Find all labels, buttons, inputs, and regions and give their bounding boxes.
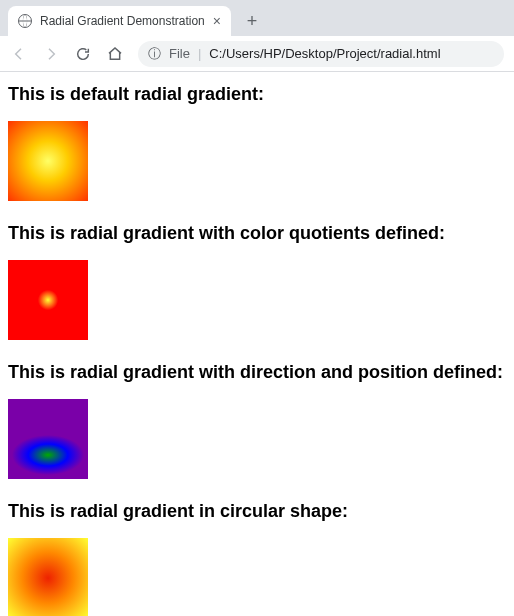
info-icon[interactable]: ⓘ <box>148 45 161 63</box>
address-path: C:/Users/HP/Desktop/Project/radial.html <box>209 46 440 61</box>
globe-icon <box>18 14 32 28</box>
section-circular: This is radial gradient in circular shap… <box>8 501 506 616</box>
gradient-circular <box>8 538 88 616</box>
browser-chrome: Radial Gradient Demonstration × + ⓘ File… <box>0 0 514 72</box>
close-icon[interactable]: × <box>213 13 221 29</box>
reload-button[interactable] <box>74 45 92 63</box>
page-content: This is default radial gradient: This is… <box>0 72 514 616</box>
heading-direction: This is radial gradient with direction a… <box>8 362 506 383</box>
address-bar[interactable]: ⓘ File | C:/Users/HP/Desktop/Project/rad… <box>138 41 504 67</box>
gradient-default <box>8 121 88 201</box>
heading-quotients: This is radial gradient with color quoti… <box>8 223 506 244</box>
home-button[interactable] <box>106 45 124 63</box>
gradient-direction <box>8 399 88 479</box>
tab-title: Radial Gradient Demonstration <box>40 14 205 28</box>
back-button[interactable] <box>10 45 28 63</box>
new-tab-button[interactable]: + <box>239 8 265 34</box>
browser-tab[interactable]: Radial Gradient Demonstration × <box>8 6 231 36</box>
section-direction: This is radial gradient with direction a… <box>8 362 506 479</box>
gradient-quotients <box>8 260 88 340</box>
heading-circular: This is radial gradient in circular shap… <box>8 501 506 522</box>
toolbar: ⓘ File | C:/Users/HP/Desktop/Project/rad… <box>0 36 514 72</box>
heading-default: This is default radial gradient: <box>8 84 506 105</box>
forward-button[interactable] <box>42 45 60 63</box>
tab-bar: Radial Gradient Demonstration × + <box>0 0 514 36</box>
address-separator: | <box>198 46 201 61</box>
section-quotients: This is radial gradient with color quoti… <box>8 223 506 340</box>
section-default: This is default radial gradient: <box>8 84 506 201</box>
address-prefix: File <box>169 46 190 61</box>
